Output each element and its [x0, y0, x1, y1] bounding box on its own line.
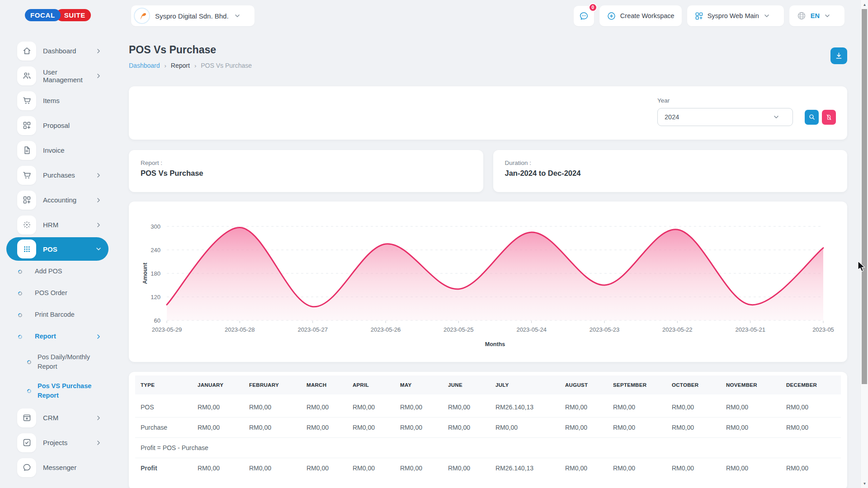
row-type-cell: Purchase: [135, 418, 192, 438]
table-header-november: NOVEMBER: [721, 375, 781, 396]
amount-cell: RM0,00: [443, 418, 490, 438]
search-button[interactable]: [805, 110, 819, 125]
duration-summary-card: Duration : Jan-2024 to Dec-2024: [493, 150, 848, 192]
bullet-icon: [17, 269, 23, 275]
download-icon: [835, 52, 843, 60]
sidebar-item-pos-vs-purchase-report[interactable]: Pos VS Purchase Report: [0, 376, 116, 405]
sidebar-item-label: HRM: [43, 221, 95, 229]
amount-cell: RM0,00: [721, 418, 781, 438]
search-icon: [808, 113, 816, 121]
amount-cell: RM0,00: [192, 418, 244, 438]
chevron-right-icon: [95, 333, 102, 340]
sidebar-item-label: Pos VS Purchase Report: [38, 381, 105, 400]
year-label: Year: [657, 97, 836, 104]
amount-cell: RM26.140,13: [490, 458, 560, 479]
focal-suite-logo[interactable]: FOCAL SUITE: [0, 9, 116, 21]
bullet-icon: [26, 388, 32, 394]
reset-button[interactable]: [822, 110, 836, 125]
breadcrumb-separator: ›: [194, 62, 196, 69]
bullet-icon: [17, 312, 23, 318]
chevron-right-icon: [95, 197, 102, 204]
sidebar-item-add-pos[interactable]: Add POS: [0, 261, 116, 282]
amount-cell: RM0,00: [666, 458, 721, 479]
scroll-down-arrow-icon[interactable]: ▼: [861, 480, 868, 487]
sidebar-item-label: Projects: [43, 439, 95, 446]
sidebar-item-label: Proposal: [43, 122, 108, 129]
svg-text:2023-05-25: 2023-05-25: [443, 326, 473, 333]
report-summary-card: Report : POS Vs Purchase: [129, 150, 483, 192]
amount-cell: RM26.140,13: [490, 396, 560, 418]
download-button[interactable]: [830, 47, 847, 64]
chevron-down-icon: [95, 245, 102, 253]
logo-suite: SUITE: [56, 9, 91, 21]
sidebar-item-crm[interactable]: CRM: [6, 405, 108, 430]
sidebar-item-user-management[interactable]: User Management: [6, 63, 108, 88]
sidebar-item-accounting[interactable]: Accounting: [6, 188, 108, 212]
amount-cell: RM0,00: [244, 418, 301, 438]
svg-text:Amount: Amount: [142, 263, 148, 284]
sidebar-item-print-barcode[interactable]: Print Barcode: [0, 304, 116, 326]
sidebar-item-pos[interactable]: POS: [6, 237, 108, 261]
summary-row: Report : POS Vs Purchase Duration : Jan-…: [129, 150, 847, 192]
svg-text:300: 300: [151, 223, 160, 230]
bullet-icon: [17, 291, 23, 296]
amount-cell: RM0,00: [395, 458, 443, 479]
sidebar-item-messenger[interactable]: Messenger: [6, 455, 108, 480]
svg-text:60: 60: [154, 317, 160, 324]
year-select[interactable]: 2024: [657, 108, 793, 126]
table-header-december: DECEMBER: [781, 375, 841, 396]
sidebar-item-report[interactable]: Report: [0, 326, 116, 347]
sidebar-item-label: POS: [43, 245, 95, 253]
amount-cell: RM0,00: [244, 458, 301, 479]
chevron-right-icon: [95, 221, 102, 229]
table-header-january: JANUARY: [192, 375, 244, 396]
pos-purchase-chart: 601201802403002023-05-292023-05-282023-0…: [140, 206, 836, 356]
sidebar-item-items[interactable]: Items: [6, 88, 108, 113]
table-note-row: Profit = POS - Purchase: [135, 438, 841, 458]
svg-text:2023-05-21: 2023-05-21: [735, 326, 765, 333]
projects-icon: [17, 433, 36, 452]
amount-cell: RM0,00: [666, 396, 721, 418]
chevron-right-icon: [95, 172, 102, 179]
svg-text:120: 120: [151, 294, 160, 300]
svg-text:2023-05-23: 2023-05-23: [590, 326, 620, 333]
scrollbar-thumb[interactable]: [862, 9, 867, 384]
amount-cell: RM0,00: [395, 418, 443, 438]
profit-formula-note: Profit = POS - Purchase: [135, 438, 841, 458]
amount-cell: RM0,00: [490, 418, 560, 438]
amount-cell: RM0,00: [666, 418, 721, 438]
vertical-scrollbar[interactable]: ▲ ▼: [860, 0, 868, 488]
amount-cell: RM0,00: [608, 458, 666, 479]
table-row-purchase: PurchaseRM0,00RM0,00RM0,00RM0,00RM0,00RM…: [135, 418, 841, 438]
amount-cell: RM0,00: [560, 396, 608, 418]
amount-cell: RM0,00: [608, 418, 666, 438]
sidebar-item-label: Purchases: [43, 171, 95, 179]
table-header-february: FEBRUARY: [244, 375, 301, 396]
grid-plus-icon: [17, 191, 36, 210]
cart-icon: [17, 166, 36, 185]
sidebar-item-pos-order[interactable]: POS Order: [0, 282, 116, 304]
sidebar-item-dashboard[interactable]: Dashboard: [6, 38, 108, 63]
sidebar-item-hrm[interactable]: HRM: [6, 212, 108, 237]
sidebar-item-label: User Management: [43, 68, 95, 84]
amount-cell: RM0,00: [395, 396, 443, 418]
svg-text:2023-05: 2023-05: [812, 326, 834, 333]
amount-cell: RM0,00: [443, 396, 490, 418]
svg-text:2023-05-28: 2023-05-28: [225, 326, 255, 333]
sidebar-nav: DashboardUser ManagementItemsProposalInv…: [0, 38, 116, 480]
sidebar-item-pos-daily-monthly-report[interactable]: Pos Daily/Monthly Report: [0, 347, 116, 376]
sidebar-item-label: POS Order: [35, 288, 107, 298]
sidebar-item-purchases[interactable]: Purchases: [6, 163, 108, 188]
sidebar-item-projects[interactable]: Projects: [6, 430, 108, 455]
sidebar-item-label: Accounting: [43, 196, 95, 204]
sidebar-item-label: Print Barcode: [35, 310, 107, 319]
table-header-august: AUGUST: [560, 375, 608, 396]
sidebar-item-invoice[interactable]: Invoice: [6, 138, 108, 163]
breadcrumb-report[interactable]: Report: [171, 62, 190, 69]
sidebar-item-proposal[interactable]: Proposal: [6, 113, 108, 138]
amount-cell: RM0,00: [301, 418, 347, 438]
breadcrumb-dashboard[interactable]: Dashboard: [129, 62, 160, 69]
scroll-up-arrow-icon[interactable]: ▲: [861, 1, 868, 8]
table-header-september: SEPTEMBER: [608, 375, 666, 396]
sidebar-item-label: Invoice: [43, 146, 108, 154]
